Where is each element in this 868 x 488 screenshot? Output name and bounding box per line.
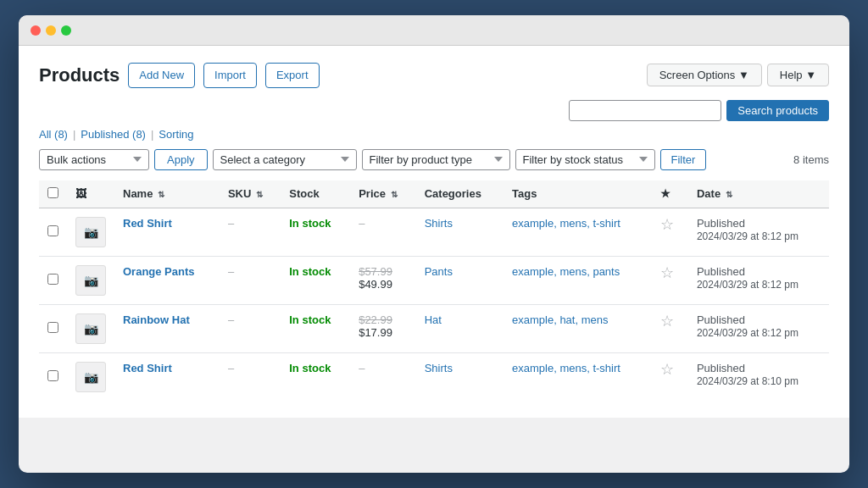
tags-link[interactable]: example, mens, t-shirt — [512, 217, 620, 230]
price-sort-icon: ⇅ — [391, 190, 398, 199]
title-bar — [19, 15, 849, 46]
stock-status: In stock — [289, 313, 331, 326]
product-name-cell: Red Shirt — [114, 352, 220, 401]
category-link[interactable]: Shirts — [425, 217, 453, 230]
star-cell: ☆ — [652, 256, 688, 304]
main-window: Products Add New Import Export Screen Op… — [19, 15, 849, 473]
th-image: 🖼 — [67, 180, 114, 208]
star-cell: ☆ — [652, 352, 688, 401]
table-row: 📷Red Shirt–In stock–Shirtsexample, mens,… — [39, 352, 829, 401]
price-value: – — [359, 362, 364, 374]
category-select[interactable]: Select a category — [213, 149, 357, 170]
tags-cell: example, hat, mens — [504, 304, 652, 352]
product-name-cell: Rainbow Hat — [114, 304, 220, 352]
date-status: Published — [697, 313, 821, 326]
screen-options-button[interactable]: Screen Options ▼ — [647, 64, 762, 86]
tags-link[interactable]: example, mens, t-shirt — [512, 362, 620, 374]
price-cell: $57.99$49.99 — [350, 256, 416, 304]
add-new-button[interactable]: Add New — [128, 63, 195, 88]
date-status: Published — [697, 217, 821, 230]
category-link[interactable]: Pants — [425, 265, 453, 278]
sep2: | — [151, 128, 153, 141]
star-cell: ☆ — [652, 208, 688, 256]
th-price[interactable]: Price ⇅ — [350, 180, 416, 208]
product-image-cell: 📷 — [67, 256, 114, 304]
tags-link[interactable]: example, mens, pants — [512, 265, 620, 278]
date-status: Published — [697, 265, 821, 278]
sku-cell: – — [220, 304, 281, 352]
image-icon: 🖼 — [75, 187, 86, 200]
row-checkbox-cell — [39, 352, 67, 401]
date-value: 2024/03/29 at 8:10 pm — [697, 375, 798, 387]
star-button[interactable]: ☆ — [660, 313, 674, 329]
product-thumbnail: 📷 — [75, 313, 106, 344]
published-link[interactable]: Published (8) — [81, 128, 146, 141]
header-right-buttons: Screen Options ▼ Help ▼ — [647, 64, 829, 86]
filter-button[interactable]: Filter — [660, 149, 707, 170]
star-button[interactable]: ☆ — [660, 217, 674, 232]
tags-cell: example, mens, t-shirt — [504, 208, 652, 256]
product-name-link[interactable]: Red Shirt — [123, 362, 172, 374]
th-star: ★ — [652, 180, 688, 208]
product-image-cell: 📷 — [67, 304, 114, 352]
th-stock: Stock — [281, 180, 350, 208]
row-checkbox[interactable] — [47, 370, 58, 381]
tags-link[interactable]: example, hat, mens — [512, 313, 608, 326]
stock-cell: In stock — [281, 352, 350, 401]
search-products-button[interactable]: Search products — [726, 100, 829, 121]
apply-button[interactable]: Apply — [154, 149, 208, 170]
row-checkbox[interactable] — [47, 274, 58, 285]
top-bar-left: Products Add New Import Export — [39, 63, 320, 88]
product-name-link[interactable]: Rainbow Hat — [123, 313, 190, 326]
name-sort-icon: ⇅ — [158, 190, 164, 199]
star-button[interactable]: ☆ — [660, 265, 674, 280]
product-image-cell: 📷 — [67, 352, 114, 401]
minimize-icon[interactable] — [46, 25, 56, 36]
help-button[interactable]: Help ▼ — [767, 64, 829, 86]
search-input[interactable] — [569, 100, 721, 121]
star-button[interactable]: ☆ — [660, 362, 674, 377]
row-checkbox[interactable] — [47, 225, 58, 236]
row-checkbox[interactable] — [47, 322, 58, 333]
all-link[interactable]: All (8) — [39, 128, 68, 141]
date-cell: Published2024/03/29 at 8:10 pm — [688, 352, 829, 401]
date-cell: Published2024/03/29 at 8:12 pm — [688, 256, 829, 304]
original-price: $22.99 — [359, 313, 408, 326]
table-row: 📷Rainbow Hat–In stock$22.99$17.99Hatexam… — [39, 304, 829, 352]
price-cell: – — [350, 208, 416, 256]
th-sku[interactable]: SKU ⇅ — [220, 180, 281, 208]
stock-status: In stock — [289, 217, 331, 230]
row-checkbox-cell — [39, 304, 67, 352]
th-check — [39, 180, 67, 208]
price-cell: – — [350, 352, 416, 401]
sorting-link[interactable]: Sorting — [159, 128, 193, 141]
product-name-link[interactable]: Orange Pants — [123, 265, 195, 278]
products-table: 🖼 Name ⇅ SKU ⇅ Stock Price ⇅ Categories … — [39, 180, 829, 401]
sku-value: – — [228, 362, 234, 374]
sku-cell: – — [220, 208, 281, 256]
sublinks: All (8) | Published (8) | Sorting — [39, 128, 829, 141]
original-price: $57.99 — [359, 265, 408, 278]
stock-cell: In stock — [281, 256, 350, 304]
select-all-checkbox[interactable] — [47, 187, 58, 198]
category-link[interactable]: Shirts — [425, 362, 453, 374]
th-name[interactable]: Name ⇅ — [114, 180, 220, 208]
maximize-icon[interactable] — [61, 25, 71, 36]
category-link[interactable]: Hat — [425, 313, 442, 326]
product-name-link[interactable]: Red Shirt — [123, 217, 172, 230]
stock-status-select[interactable]: Filter by stock status — [515, 149, 655, 170]
th-date[interactable]: Date ⇅ — [688, 180, 829, 208]
product-type-select[interactable]: Filter by product type — [362, 149, 510, 170]
top-bar: Products Add New Import Export Screen Op… — [39, 63, 829, 88]
product-name-cell: Red Shirt — [114, 208, 220, 256]
import-button[interactable]: Import — [203, 63, 257, 88]
export-button[interactable]: Export — [265, 63, 320, 88]
row-checkbox-cell — [39, 256, 67, 304]
close-icon[interactable] — [31, 25, 41, 36]
sku-cell: – — [220, 256, 281, 304]
date-status: Published — [697, 362, 821, 374]
tags-cell: example, mens, pants — [504, 256, 652, 304]
sep1: | — [73, 128, 75, 141]
sku-value: – — [228, 265, 234, 278]
bulk-actions-select[interactable]: Bulk actions — [39, 149, 149, 170]
